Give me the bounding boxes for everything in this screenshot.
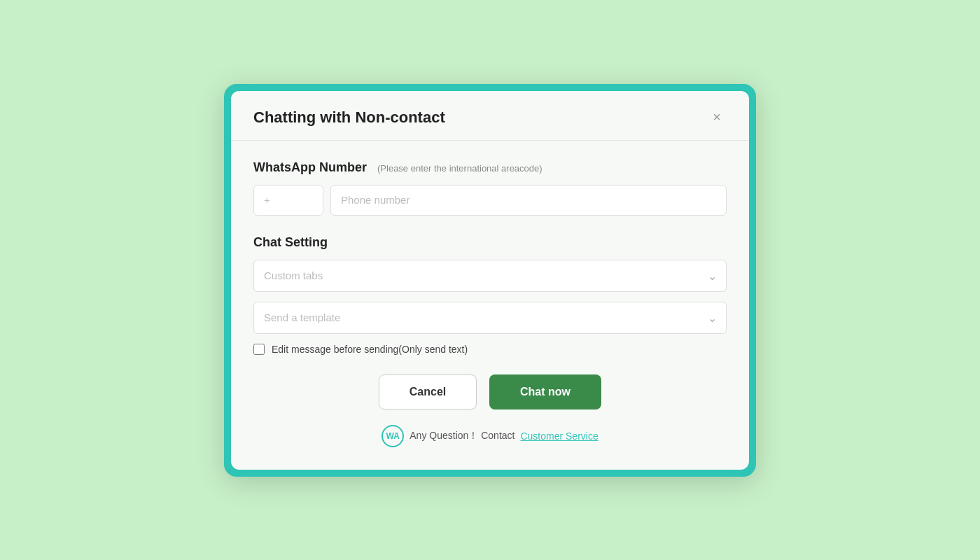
edit-message-row: Edit message before sending(Only send te… [253,344,727,355]
footer-row: WA Any Question！ Contact Customer Servic… [253,425,727,453]
phone-number-input[interactable] [330,185,727,216]
close-button[interactable]: × [707,108,727,127]
edit-message-label: Edit message before sending(Only send te… [272,344,468,355]
edit-message-checkbox[interactable] [253,344,265,355]
dialog: Chatting with Non-contact × WhatsApp Num… [231,91,749,470]
customer-service-link[interactable]: Customer Service [520,430,598,442]
whatsapp-number-section: WhatsApp Number (Please enter the intern… [253,160,727,216]
footer-question-text: Any Question！ Contact [410,430,514,442]
chat-now-button[interactable]: Chat now [489,374,601,410]
whatsapp-number-sublabel: (Please enter the international areacode… [377,163,542,174]
phone-row [253,185,727,216]
dialog-title: Chatting with Non-contact [253,108,445,127]
whatsapp-number-label: WhatsApp Number (Please enter the intern… [253,160,727,175]
button-row: Cancel Chat now [253,374,727,410]
chat-setting-section: Chat Setting Custom tabs ⌄ Send a templa… [253,235,727,355]
dialog-header: Chatting with Non-contact × [231,91,749,141]
wa-logo: WA [382,425,404,447]
custom-tabs-wrapper: Custom tabs ⌄ [253,260,727,292]
send-template-wrapper: Send a template ⌄ [253,302,727,334]
chat-setting-label: Chat Setting [253,235,727,250]
send-template-select[interactable]: Send a template [253,302,727,334]
cancel-button[interactable]: Cancel [379,374,477,410]
custom-tabs-select[interactable]: Custom tabs [253,260,727,292]
dialog-wrapper: Chatting with Non-contact × WhatsApp Num… [224,84,756,477]
dialog-body: WhatsApp Number (Please enter the intern… [231,141,749,470]
country-code-input[interactable] [253,185,323,216]
